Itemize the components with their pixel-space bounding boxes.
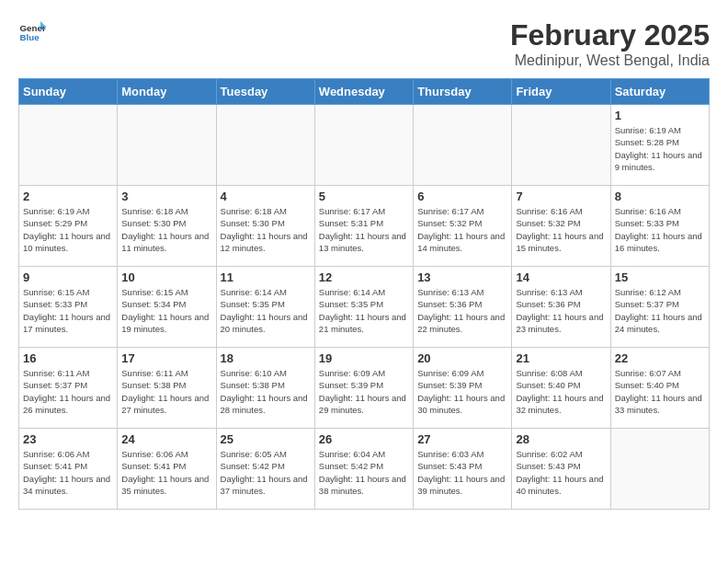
weekday-header-tuesday: Tuesday	[216, 79, 314, 105]
calendar-cell: 27Sunrise: 6:03 AM Sunset: 5:43 PM Dayli…	[414, 429, 512, 510]
day-number: 12	[319, 270, 409, 284]
day-number: 6	[417, 190, 507, 203]
day-number: 20	[417, 351, 507, 365]
calendar-cell: 1Sunrise: 6:19 AM Sunset: 5:28 PM Daylig…	[610, 105, 709, 186]
calendar-cell: 21Sunrise: 6:08 AM Sunset: 5:40 PM Dayli…	[512, 348, 610, 429]
day-info: Sunrise: 6:06 AM Sunset: 5:41 PM Dayligh…	[23, 448, 113, 497]
weekday-header-wednesday: Wednesday	[314, 79, 413, 105]
calendar-cell: 16Sunrise: 6:11 AM Sunset: 5:37 PM Dayli…	[19, 348, 118, 429]
day-number: 25	[221, 432, 311, 446]
calendar-cell: 28Sunrise: 6:02 AM Sunset: 5:43 PM Dayli…	[512, 429, 610, 510]
day-number: 8	[615, 190, 705, 203]
day-info: Sunrise: 6:17 AM Sunset: 5:31 PM Dayligh…	[319, 205, 409, 254]
day-info: Sunrise: 6:03 AM Sunset: 5:43 PM Dayligh…	[417, 448, 507, 497]
day-info: Sunrise: 6:14 AM Sunset: 5:35 PM Dayligh…	[221, 286, 311, 335]
day-number: 21	[516, 351, 606, 365]
main-title: February 2025	[510, 18, 710, 52]
calendar-cell: 11Sunrise: 6:14 AM Sunset: 5:35 PM Dayli…	[216, 267, 314, 348]
calendar-cell: 13Sunrise: 6:13 AM Sunset: 5:36 PM Dayli…	[414, 267, 512, 348]
day-number: 22	[615, 351, 705, 365]
day-info: Sunrise: 6:18 AM Sunset: 5:30 PM Dayligh…	[121, 205, 211, 254]
day-info: Sunrise: 6:15 AM Sunset: 5:34 PM Dayligh…	[121, 286, 211, 335]
calendar-week-0: 1Sunrise: 6:19 AM Sunset: 5:28 PM Daylig…	[19, 105, 710, 186]
day-info: Sunrise: 6:09 AM Sunset: 5:39 PM Dayligh…	[319, 367, 409, 416]
calendar-cell: 18Sunrise: 6:10 AM Sunset: 5:38 PM Dayli…	[216, 348, 314, 429]
calendar-cell	[610, 429, 709, 510]
calendar-cell: 22Sunrise: 6:07 AM Sunset: 5:40 PM Dayli…	[610, 348, 709, 429]
day-number: 23	[23, 432, 113, 446]
weekday-header-friday: Friday	[512, 79, 610, 105]
day-info: Sunrise: 6:12 AM Sunset: 5:37 PM Dayligh…	[615, 286, 705, 335]
day-info: Sunrise: 6:10 AM Sunset: 5:38 PM Dayligh…	[221, 367, 311, 416]
title-area: February 2025 Medinipur, West Bengal, In…	[510, 18, 710, 69]
calendar-cell: 23Sunrise: 6:06 AM Sunset: 5:41 PM Dayli…	[19, 429, 118, 510]
day-number: 7	[516, 190, 606, 203]
day-info: Sunrise: 6:16 AM Sunset: 5:33 PM Dayligh…	[615, 205, 705, 254]
day-info: Sunrise: 6:04 AM Sunset: 5:42 PM Dayligh…	[319, 448, 409, 497]
calendar-cell: 10Sunrise: 6:15 AM Sunset: 5:34 PM Dayli…	[118, 267, 216, 348]
calendar-cell	[118, 105, 216, 186]
calendar-cell: 5Sunrise: 6:17 AM Sunset: 5:31 PM Daylig…	[314, 186, 413, 267]
day-number: 9	[23, 270, 113, 284]
day-info: Sunrise: 6:17 AM Sunset: 5:32 PM Dayligh…	[417, 205, 507, 254]
day-number: 5	[319, 190, 409, 203]
calendar-cell: 9Sunrise: 6:15 AM Sunset: 5:33 PM Daylig…	[19, 267, 118, 348]
day-info: Sunrise: 6:13 AM Sunset: 5:36 PM Dayligh…	[516, 286, 606, 335]
day-number: 11	[221, 270, 311, 284]
day-info: Sunrise: 6:19 AM Sunset: 5:28 PM Dayligh…	[615, 124, 705, 173]
calendar-week-2: 9Sunrise: 6:15 AM Sunset: 5:33 PM Daylig…	[19, 267, 710, 348]
day-number: 1	[615, 109, 705, 122]
calendar-week-1: 2Sunrise: 6:19 AM Sunset: 5:29 PM Daylig…	[19, 186, 710, 267]
day-number: 28	[516, 432, 606, 446]
svg-text:Blue: Blue	[20, 32, 40, 42]
weekday-header-monday: Monday	[118, 79, 216, 105]
logo-icon: General Blue	[18, 18, 46, 46]
calendar-cell: 2Sunrise: 6:19 AM Sunset: 5:29 PM Daylig…	[19, 186, 118, 267]
weekday-header-saturday: Saturday	[610, 79, 709, 105]
day-number: 27	[417, 432, 507, 446]
sub-title: Medinipur, West Bengal, India	[510, 52, 710, 69]
calendar-cell: 20Sunrise: 6:09 AM Sunset: 5:39 PM Dayli…	[414, 348, 512, 429]
day-info: Sunrise: 6:15 AM Sunset: 5:33 PM Dayligh…	[23, 286, 113, 335]
day-info: Sunrise: 6:02 AM Sunset: 5:43 PM Dayligh…	[516, 448, 606, 497]
calendar-cell: 17Sunrise: 6:11 AM Sunset: 5:38 PM Dayli…	[118, 348, 216, 429]
day-info: Sunrise: 6:08 AM Sunset: 5:40 PM Dayligh…	[516, 367, 606, 416]
day-info: Sunrise: 6:18 AM Sunset: 5:30 PM Dayligh…	[221, 205, 311, 254]
day-info: Sunrise: 6:19 AM Sunset: 5:29 PM Dayligh…	[23, 205, 113, 254]
day-number: 3	[121, 190, 211, 203]
day-number: 13	[417, 270, 507, 284]
calendar-cell	[19, 105, 118, 186]
calendar-cell	[216, 105, 314, 186]
calendar-cell: 7Sunrise: 6:16 AM Sunset: 5:32 PM Daylig…	[512, 186, 610, 267]
day-number: 18	[221, 351, 311, 365]
calendar-week-3: 16Sunrise: 6:11 AM Sunset: 5:37 PM Dayli…	[19, 348, 710, 429]
calendar-cell	[314, 105, 413, 186]
day-number: 16	[23, 351, 113, 365]
weekday-header-thursday: Thursday	[414, 79, 512, 105]
calendar-week-4: 23Sunrise: 6:06 AM Sunset: 5:41 PM Dayli…	[19, 429, 710, 510]
logo: General Blue	[18, 18, 46, 46]
day-number: 4	[221, 190, 311, 203]
calendar-cell: 14Sunrise: 6:13 AM Sunset: 5:36 PM Dayli…	[512, 267, 610, 348]
day-number: 14	[516, 270, 606, 284]
day-number: 10	[121, 270, 211, 284]
day-info: Sunrise: 6:14 AM Sunset: 5:35 PM Dayligh…	[319, 286, 409, 335]
calendar-cell: 26Sunrise: 6:04 AM Sunset: 5:42 PM Dayli…	[314, 429, 413, 510]
calendar-cell: 25Sunrise: 6:05 AM Sunset: 5:42 PM Dayli…	[216, 429, 314, 510]
day-number: 19	[319, 351, 409, 365]
day-info: Sunrise: 6:05 AM Sunset: 5:42 PM Dayligh…	[221, 448, 311, 497]
calendar-cell: 12Sunrise: 6:14 AM Sunset: 5:35 PM Dayli…	[314, 267, 413, 348]
weekday-header-sunday: Sunday	[19, 79, 118, 105]
day-info: Sunrise: 6:07 AM Sunset: 5:40 PM Dayligh…	[615, 367, 705, 416]
calendar-cell	[414, 105, 512, 186]
day-info: Sunrise: 6:16 AM Sunset: 5:32 PM Dayligh…	[516, 205, 606, 254]
calendar-cell: 6Sunrise: 6:17 AM Sunset: 5:32 PM Daylig…	[414, 186, 512, 267]
page-header: General Blue February 2025 Medinipur, We…	[18, 18, 710, 69]
calendar-cell: 19Sunrise: 6:09 AM Sunset: 5:39 PM Dayli…	[314, 348, 413, 429]
calendar-cell: 24Sunrise: 6:06 AM Sunset: 5:41 PM Dayli…	[118, 429, 216, 510]
day-number: 24	[121, 432, 211, 446]
day-info: Sunrise: 6:13 AM Sunset: 5:36 PM Dayligh…	[417, 286, 507, 335]
calendar-table: SundayMondayTuesdayWednesdayThursdayFrid…	[18, 78, 710, 510]
day-info: Sunrise: 6:06 AM Sunset: 5:41 PM Dayligh…	[121, 448, 211, 497]
calendar-cell: 3Sunrise: 6:18 AM Sunset: 5:30 PM Daylig…	[118, 186, 216, 267]
